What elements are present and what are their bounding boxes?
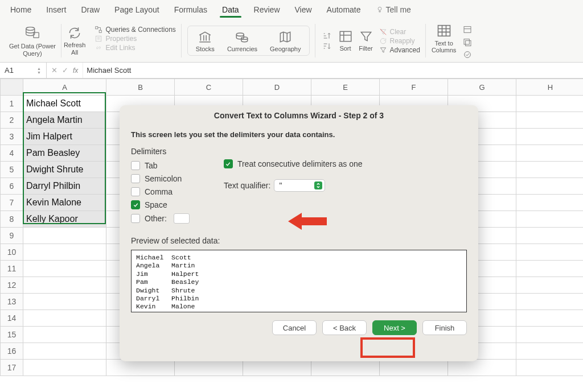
delimiter-other-checkbox[interactable]: Other:	[131, 213, 190, 224]
cell[interactable]	[516, 277, 584, 294]
cell[interactable]	[243, 360, 311, 376]
cell[interactable]: Jim Halpert	[23, 129, 106, 145]
cell[interactable]	[311, 360, 380, 376]
row-header[interactable]: 13	[1, 294, 23, 310]
cell[interactable]	[380, 360, 448, 376]
stocks-datatype-button[interactable]: Stocks	[196, 30, 215, 52]
remove-duplicates-icon[interactable]	[462, 38, 473, 47]
cell[interactable]: Kevin Malone	[23, 195, 106, 211]
edit-links-button[interactable]: Edit Links	[95, 44, 175, 52]
cell[interactable]	[106, 360, 175, 376]
sort-desc-icon[interactable]	[321, 42, 332, 51]
tab-home[interactable]: Home	[7, 3, 35, 16]
cell[interactable]	[516, 228, 584, 244]
row-header[interactable]: 8	[1, 211, 23, 228]
refresh-all-button[interactable]: Refresh All	[64, 26, 86, 55]
finish-button[interactable]: Finish	[422, 320, 467, 335]
cell[interactable]: Dwight Shrute	[23, 162, 106, 178]
tab-automate[interactable]: Automate	[323, 3, 364, 16]
formula-input[interactable]: Michael Scott	[83, 63, 583, 78]
tab-formulas[interactable]: Formulas	[171, 3, 211, 16]
cell[interactable]	[23, 343, 106, 360]
cell[interactable]	[516, 360, 584, 376]
delimiter-comma-checkbox[interactable]: Comma	[131, 187, 190, 196]
cell[interactable]	[23, 310, 106, 327]
delimiter-tab-checkbox[interactable]: Tab	[131, 161, 190, 170]
cell[interactable]	[23, 261, 106, 277]
tab-data[interactable]: Data	[219, 3, 243, 16]
cell[interactable]	[23, 360, 106, 376]
back-button[interactable]: < Back	[322, 320, 367, 335]
get-data-button[interactable]: Get Data (Power Query)	[3, 19, 61, 62]
cell[interactable]	[516, 112, 584, 129]
col-header-h[interactable]: H	[516, 79, 584, 96]
row-header[interactable]: 11	[1, 261, 23, 277]
cancel-button[interactable]: Cancel	[272, 320, 317, 335]
row-header[interactable]: 17	[1, 360, 23, 376]
col-header-d[interactable]: D	[243, 79, 311, 96]
sort-asc-icon[interactable]	[321, 31, 332, 40]
col-header-a[interactable]: A	[23, 79, 106, 96]
cell[interactable]	[448, 360, 516, 376]
reapply-button[interactable]: Reapply	[379, 37, 420, 45]
treat-consecutive-checkbox[interactable]: Treat consecutive delimiters as one	[224, 159, 363, 168]
advanced-filter-button[interactable]: Advanced	[379, 46, 420, 54]
cell[interactable]	[516, 129, 584, 145]
tab-review[interactable]: Review	[251, 3, 284, 16]
cell[interactable]	[516, 294, 584, 310]
col-header-f[interactable]: F	[380, 79, 448, 96]
tab-page-layout[interactable]: Page Layout	[111, 3, 163, 16]
text-to-columns-button[interactable]: Text to Columns	[432, 23, 456, 53]
col-header-e[interactable]: E	[311, 79, 380, 96]
col-header-g[interactable]: G	[448, 79, 516, 96]
cell[interactable]	[516, 211, 584, 228]
cell[interactable]	[23, 228, 106, 244]
row-header[interactable]: 4	[1, 145, 23, 162]
row-header[interactable]: 10	[1, 244, 23, 261]
cell[interactable]	[516, 343, 584, 360]
cell[interactable]	[516, 327, 584, 343]
row-header[interactable]: 3	[1, 129, 23, 145]
row-header[interactable]: 9	[1, 228, 23, 244]
col-header-c[interactable]: C	[175, 79, 243, 96]
fx-icon[interactable]: fx	[73, 67, 78, 75]
cancel-formula-icon[interactable]: ✕	[51, 66, 58, 75]
cell[interactable]	[23, 327, 106, 343]
cell[interactable]	[516, 162, 584, 178]
cell[interactable]	[23, 244, 106, 261]
delimiter-semicolon-checkbox[interactable]: Semicolon	[131, 174, 190, 183]
name-box[interactable]: A1 ▲▼	[0, 63, 47, 78]
cell[interactable]	[516, 310, 584, 327]
row-header[interactable]: 15	[1, 327, 23, 343]
col-header-b[interactable]: B	[106, 79, 175, 96]
cell[interactable]: Angela Martin	[23, 112, 106, 129]
row-header[interactable]: 2	[1, 112, 23, 129]
cell[interactable]: Darryl Philbin	[23, 178, 106, 195]
delimiter-other-input[interactable]	[174, 213, 190, 224]
select-all-corner[interactable]	[1, 79, 23, 96]
cell[interactable]	[23, 294, 106, 310]
text-qualifier-select[interactable]: "	[274, 179, 325, 192]
row-header[interactable]: 14	[1, 310, 23, 327]
filter-button[interactable]: Filter	[359, 29, 373, 52]
cell[interactable]: Michael Scott	[23, 96, 106, 112]
cell[interactable]	[175, 360, 243, 376]
currencies-datatype-button[interactable]: Currencies	[227, 30, 257, 52]
row-header[interactable]: 12	[1, 277, 23, 294]
cell[interactable]	[23, 277, 106, 294]
cell[interactable]	[516, 244, 584, 261]
tab-view[interactable]: View	[292, 3, 315, 16]
cell[interactable]	[516, 96, 584, 112]
cell[interactable]: Kelly Kapoor	[23, 211, 106, 228]
properties-button[interactable]: Properties	[95, 35, 175, 43]
geography-datatype-button[interactable]: Geography	[270, 30, 301, 52]
tab-insert[interactable]: Insert	[43, 3, 69, 16]
cell[interactable]	[516, 178, 584, 195]
clear-filter-button[interactable]: Clear	[379, 28, 420, 36]
delimiter-space-checkbox[interactable]: Space	[131, 200, 190, 209]
row-header[interactable]: 5	[1, 162, 23, 178]
cell[interactable]	[516, 261, 584, 277]
queries-connections-button[interactable]: Queries & Connections	[95, 26, 175, 34]
row-header[interactable]: 7	[1, 195, 23, 211]
next-button[interactable]: Next >	[372, 320, 417, 335]
